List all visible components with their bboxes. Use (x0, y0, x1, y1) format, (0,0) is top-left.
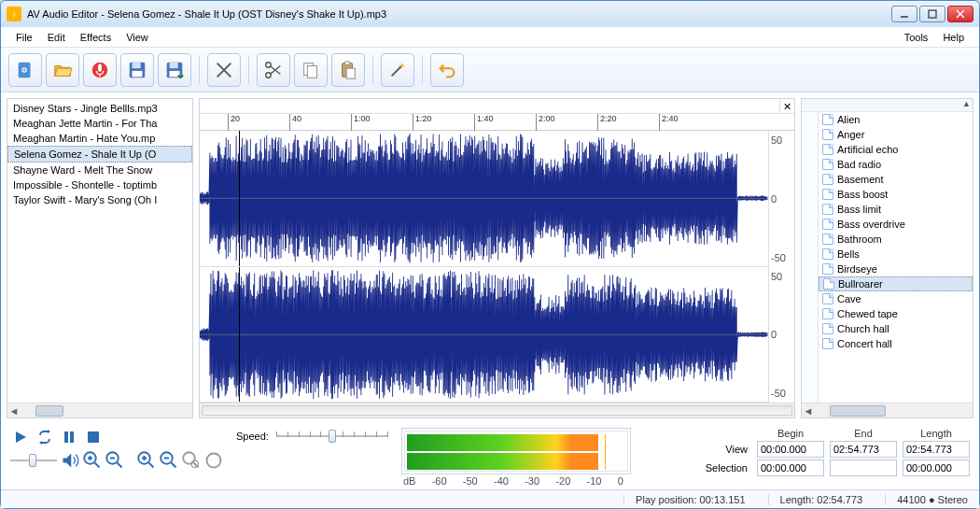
play-button[interactable] (10, 428, 31, 446)
menu-tools[interactable]: Tools (897, 29, 936, 46)
effect-item[interactable]: Chewed tape (819, 306, 973, 321)
selection-begin-input[interactable] (757, 460, 824, 476)
effect-label: Bathroom (837, 233, 882, 245)
file-icon (822, 174, 833, 185)
svg-point-14 (266, 72, 272, 78)
effect-item[interactable]: Bass boost (819, 187, 973, 202)
cut-button[interactable] (207, 53, 241, 87)
file-icon (822, 189, 833, 200)
svg-rect-9 (133, 62, 141, 67)
menu-effects[interactable]: Effects (73, 29, 119, 46)
zoom-in-v-button[interactable] (137, 452, 156, 469)
effect-item[interactable]: Alien (819, 112, 973, 127)
svg-rect-20 (346, 68, 355, 78)
effect-item[interactable]: Birdseye (819, 262, 973, 276)
selection-end-input[interactable] (830, 460, 897, 476)
loop-button[interactable] (35, 428, 55, 446)
menu-file[interactable]: File (8, 29, 40, 46)
svg-rect-24 (70, 431, 74, 443)
svg-point-15 (266, 62, 272, 67)
svg-rect-7 (98, 64, 102, 71)
svg-rect-1 (929, 10, 936, 18)
effect-label: Alien (837, 114, 860, 125)
selection-length-input[interactable] (903, 460, 970, 476)
waveform-close-button[interactable]: ✕ (779, 99, 794, 114)
effects-collapse-icon[interactable]: ▲ (962, 99, 971, 111)
save-as-button[interactable] (158, 53, 191, 87)
effects-wand-button[interactable] (381, 53, 414, 87)
timeline-tick: 1:40 (474, 114, 494, 131)
speaker-icon[interactable] (61, 452, 79, 469)
meter-tick: -10 (587, 475, 602, 487)
new-file-button[interactable] (8, 53, 42, 87)
menu-edit[interactable]: Edit (40, 29, 73, 46)
svg-rect-25 (88, 431, 99, 443)
length-header: Length (903, 428, 970, 439)
effect-item[interactable]: Bells (819, 247, 973, 262)
maximize-button[interactable] (919, 6, 945, 22)
effect-item[interactable]: Artificial echo (819, 142, 973, 157)
zoom-in-button[interactable] (83, 452, 102, 469)
stop-button[interactable] (83, 428, 104, 446)
speed-slider[interactable] (276, 428, 388, 445)
effect-item[interactable]: Bad radio (819, 157, 973, 172)
volume-slider[interactable] (10, 452, 57, 469)
scissors-button[interactable] (257, 53, 290, 87)
timeline-ruler[interactable]: 20401:001:201:402:002:202:40 (200, 114, 794, 131)
record-button[interactable] (83, 53, 117, 87)
playlist-item[interactable]: Impossible - Shontelle - toptimb (7, 177, 192, 192)
open-button[interactable] (46, 53, 79, 87)
playhead-cursor[interactable] (239, 267, 240, 403)
menu-help[interactable]: Help (935, 29, 972, 46)
effect-item[interactable]: Basement (819, 172, 973, 187)
effect-item[interactable]: Anger (819, 127, 973, 142)
zoom-fit-button[interactable] (204, 452, 223, 469)
playlist-item[interactable]: Selena Gomez - Shale It Up (O (7, 146, 192, 163)
close-button[interactable] (947, 6, 973, 22)
timeline-tick: 1:20 (413, 114, 432, 131)
effect-item[interactable]: Bathroom (819, 232, 973, 247)
waveform-scrollbar[interactable] (200, 403, 794, 417)
speed-label: Speed: (236, 431, 269, 442)
statusbar: Play position: 00:13.151 Length: 02:54.7… (1, 489, 979, 508)
menu-view[interactable]: View (119, 29, 156, 46)
view-begin-input[interactable] (757, 441, 824, 458)
file-icon (822, 248, 833, 260)
paste-button[interactable] (331, 53, 365, 87)
playlist-item[interactable]: Taylor Swift - Mary's Song (Oh I (7, 192, 192, 207)
effect-item[interactable]: Church hall (819, 321, 973, 336)
minimize-button[interactable] (891, 6, 917, 22)
effect-item[interactable]: Bullroarer (819, 276, 973, 291)
playlist-item[interactable]: Disney Stars - Jingle Bellls.mp3 (7, 101, 192, 116)
effect-item[interactable]: Concert hall (819, 336, 973, 351)
svg-rect-19 (344, 61, 350, 64)
effect-label: Birdseye (837, 263, 877, 275)
range-readout: Begin End Length View Selection (695, 428, 970, 476)
copy-button[interactable] (294, 53, 328, 87)
pause-button[interactable] (59, 428, 79, 446)
effect-item[interactable]: Bass overdrive (819, 217, 973, 232)
end-header: End (830, 428, 897, 439)
playlist-item[interactable]: Shayne Ward - Melt The Snow (7, 163, 192, 177)
effect-label: Bells (837, 248, 860, 260)
playlist-item[interactable]: Meaghan Jette Martin - For Tha (7, 116, 192, 131)
playlist-scrollbar[interactable]: ◄ (7, 403, 192, 417)
meter-tick: -60 (432, 475, 447, 487)
view-length-input[interactable] (903, 441, 970, 458)
titlebar[interactable]: ♪ AV Audio Editor - Selena Gomez - Shale… (1, 1, 979, 27)
waveform-track-right[interactable] (200, 267, 768, 403)
undo-button[interactable] (430, 53, 464, 87)
effect-label: Bass limit (837, 204, 881, 215)
effect-item[interactable]: Bass limit (819, 202, 973, 217)
zoom-out-button[interactable] (105, 452, 124, 469)
playlist-item[interactable]: Meaghan Martin - Hate You.mp (7, 131, 192, 146)
effect-item[interactable]: Cave (819, 291, 973, 306)
zoom-selection-button[interactable] (182, 452, 201, 469)
zoom-out-v-button[interactable] (160, 452, 178, 469)
view-end-input[interactable] (830, 441, 897, 458)
playhead-cursor[interactable] (239, 131, 240, 266)
effects-scrollbar-h[interactable]: ◄ (802, 403, 973, 417)
save-button[interactable] (120, 53, 154, 87)
effect-label: Chewed tape (837, 308, 898, 319)
waveform-track-left[interactable] (200, 131, 768, 267)
